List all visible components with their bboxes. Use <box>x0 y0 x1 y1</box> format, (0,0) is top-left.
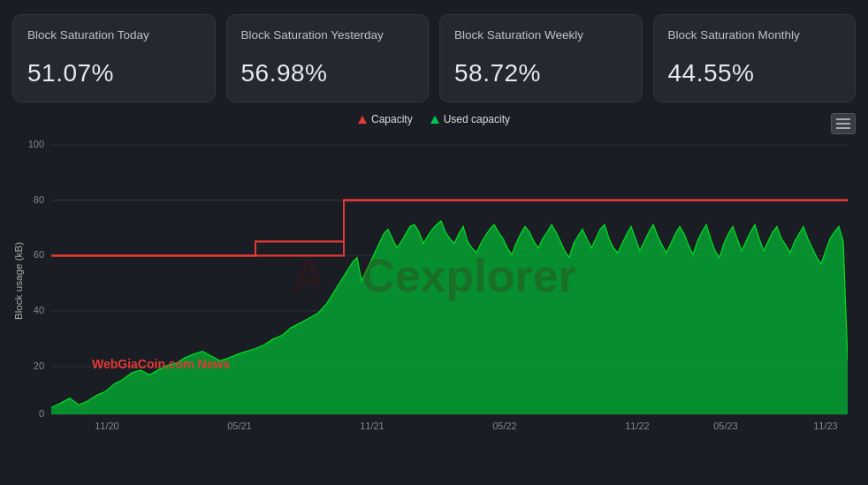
top-cards-section: Block Saturation Today 51.07% Block Satu… <box>0 0 868 113</box>
capacity-label: Capacity <box>371 113 413 125</box>
card-monthly: Block Saturation Monthly 44.55% <box>653 14 857 102</box>
used-capacity-icon <box>430 116 439 124</box>
svg-text:05/23: 05/23 <box>713 421 737 431</box>
card-yesterday-title: Block Saturation Yesterday <box>241 27 415 43</box>
svg-text:05/22: 05/22 <box>492 421 516 431</box>
svg-text:05/21: 05/21 <box>227 421 251 431</box>
card-weekly: Block Saturation Weekly 58.72% <box>439 14 643 102</box>
card-yesterday: Block Saturation Yesterday 56.98% <box>226 14 430 102</box>
svg-text:11/20: 11/20 <box>95 421 118 431</box>
card-weekly-value: 58.72% <box>454 59 628 87</box>
card-today-title: Block Saturation Today <box>27 27 201 43</box>
svg-text:40: 40 <box>34 305 44 315</box>
card-weekly-title: Block Saturation Weekly <box>454 27 628 43</box>
capacity-icon <box>358 116 367 124</box>
card-yesterday-value: 56.98% <box>241 59 415 87</box>
chart-area: A Cexplorer WebGiaCoin.com News 100 80 6… <box>12 131 856 431</box>
chart-svg: 100 80 60 40 20 0 Block usage (kB) <box>12 131 856 431</box>
chart-menu-button[interactable] <box>831 113 856 134</box>
used-capacity-label: Used capacity <box>444 113 510 125</box>
card-today-value: 51.07% <box>27 59 201 87</box>
legend-capacity: Capacity <box>358 113 413 125</box>
svg-text:20: 20 <box>34 360 44 371</box>
svg-text:11/23: 11/23 <box>813 421 837 431</box>
svg-text:80: 80 <box>34 194 44 205</box>
chart-wrapper: A Cexplorer WebGiaCoin.com News 100 80 6… <box>12 131 856 431</box>
svg-text:100: 100 <box>28 139 44 149</box>
svg-text:Block usage (kB): Block usage (kB) <box>13 242 24 320</box>
svg-text:60: 60 <box>34 249 44 260</box>
card-today: Block Saturation Today 51.07% <box>12 14 216 102</box>
svg-text:0: 0 <box>39 408 44 419</box>
svg-text:11/22: 11/22 <box>625 421 649 431</box>
svg-text:11/21: 11/21 <box>360 421 384 431</box>
chart-section: Capacity Used capacity A Cexplorer WebGi… <box>0 113 868 440</box>
card-monthly-title: Block Saturation Monthly <box>668 27 841 43</box>
card-monthly-value: 44.55% <box>668 59 841 87</box>
legend-used-capacity: Used capacity <box>430 113 510 125</box>
chart-legend: Capacity Used capacity <box>12 113 856 125</box>
